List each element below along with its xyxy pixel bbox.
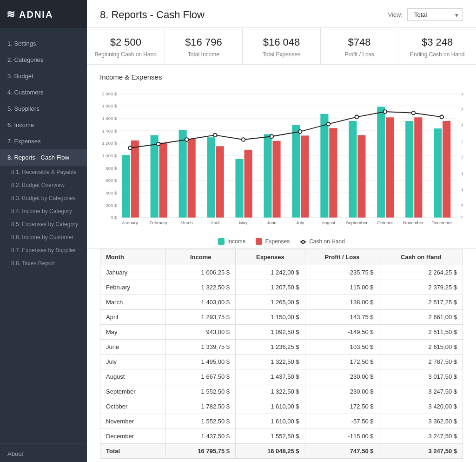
cell-profit: 172,50 $: [305, 355, 379, 369]
chart-container: 2 000 $ 1 800 $ 1 600 $ 1 400 $ 1 200 $ …: [100, 86, 463, 234]
cell-cash: 3 247,50 $: [379, 384, 463, 399]
cell-month: August: [100, 369, 166, 384]
sidebar-item-settings[interactable]: 1. Settings: [0, 35, 87, 52]
sidebar-item-customers[interactable]: 4. Customers: [0, 84, 87, 100]
cash-dot-dec: [440, 115, 443, 119]
sidebar-item-budget[interactable]: 3. Budget: [0, 68, 87, 84]
sidebar-item-expenses-category[interactable]: 8.5. Expenses by Category: [0, 218, 87, 231]
col-profit: Profit / Loss: [305, 249, 379, 265]
sidebar-item-budget-overview[interactable]: 8.2. Budget Overview: [0, 179, 87, 192]
table-row: March 1 403,00 $ 1 265,00 $ 138,00 $ 2 5…: [100, 295, 463, 310]
total-income-value: $16 796: [170, 36, 238, 48]
cell-expenses: 1 322,50 $: [236, 355, 305, 369]
legend-income-color: [218, 238, 225, 245]
cell-income: 1 293,75 $: [166, 310, 236, 325]
card-total-income: $16 796 Total Income: [165, 28, 243, 64]
cell-month: October: [100, 399, 166, 414]
logo-text: ADNIA: [19, 9, 53, 20]
cell-expenses: 1 552,50 $: [236, 429, 305, 444]
table-section: Month Income Expenses Profit / Loss Cash…: [87, 249, 476, 462]
bar-feb-expenses: [159, 143, 167, 218]
legend-expenses: Expenses: [256, 238, 290, 245]
logo-icon: ≋: [7, 8, 14, 20]
col-month: Month: [100, 249, 166, 265]
cell-total-expenses: 16 048,25 $: [236, 444, 305, 459]
cash-dot-jun: [270, 134, 274, 138]
legend-expenses-label: Expenses: [265, 238, 290, 245]
svg-text:2 500 $: 2 500 $: [461, 139, 463, 144]
card-ending-cash: $3 248 Ending Cash on Hand: [398, 28, 476, 64]
chart-section: Income & Expenses 2 000 $ 1 800 $ 1 600 …: [87, 65, 476, 249]
cell-month: June: [100, 340, 166, 355]
col-income: Income: [166, 249, 236, 265]
cell-cash: 3 247,50 $: [379, 429, 463, 444]
sidebar-item-income[interactable]: 6. Income: [0, 117, 87, 133]
beginning-cash-label: Beginning Cash on Hand: [92, 51, 160, 58]
cell-profit: -149,50 $: [305, 325, 379, 340]
bar-may-expenses: [244, 150, 252, 218]
cell-total-profit: 747,50 $: [305, 444, 379, 459]
cell-month: July: [100, 355, 166, 369]
cell-profit: 103,50 $: [305, 340, 379, 355]
cell-income: 943,00 $: [166, 325, 236, 340]
cell-income: 1 667,50 $: [166, 369, 236, 384]
card-beginning-cash: $2 500 Beginning Cash on Hand: [87, 28, 165, 64]
cell-cash: 2 661,00 $: [379, 310, 463, 325]
svg-text:1 800 $: 1 800 $: [102, 103, 117, 108]
table-row: November 1 552,50 $ 1 610,00 $ -57,50 $ …: [100, 414, 463, 429]
svg-text:0 $: 0 $: [461, 215, 463, 220]
cash-dot-apr: [213, 134, 217, 137]
cell-profit: 230,00 $: [305, 384, 379, 399]
table-row: February 1 322,50 $ 1 207,50 $ 115,00 $ …: [100, 280, 463, 295]
sidebar-item-income-customer[interactable]: 8.6. Income by Customer: [0, 231, 87, 244]
cell-month: December: [100, 429, 166, 444]
col-cash: Cash on Hand: [379, 249, 463, 265]
cell-cash: 2 511,50 $: [379, 325, 463, 340]
bar-apr-expenses: [216, 146, 224, 217]
legend-expenses-color: [256, 238, 262, 245]
chart-legend: Income Expenses Cash on Hand: [100, 238, 463, 245]
svg-text:June: June: [267, 220, 277, 225]
legend-income-label: Income: [227, 238, 245, 245]
sidebar-item-about[interactable]: About: [0, 446, 87, 462]
sidebar-item-categories[interactable]: 2. Categories: [0, 52, 87, 68]
cell-profit: -115,00 $: [305, 429, 379, 444]
total-expenses-value: $16 048: [247, 36, 316, 48]
sidebar-item-reports-cashflow[interactable]: 8. Reports - Cash Flow: [0, 149, 87, 166]
svg-text:3 500 $: 3 500 $: [461, 107, 463, 112]
cell-expenses: 1 236,25 $: [236, 340, 305, 355]
bar-nov-income: [405, 121, 413, 218]
sidebar-item-receivable-payable[interactable]: 8.1. Receivable & Payable: [0, 166, 87, 179]
svg-text:3 000 $: 3 000 $: [461, 123, 463, 128]
bar-jan-income: [122, 155, 130, 217]
cell-expenses: 1 207,50 $: [236, 280, 305, 295]
chart-svg: 2 000 $ 1 800 $ 1 600 $ 1 400 $ 1 200 $ …: [100, 86, 463, 230]
svg-text:0 $: 0 $: [111, 215, 117, 220]
sidebar-item-budget-categories[interactable]: 8.3. Budget by Categories: [0, 192, 87, 205]
table-row: September 1 552,50 $ 1 322,50 $ 230,00 $…: [100, 384, 463, 399]
chart-title: Income & Expenses: [100, 73, 463, 81]
bar-jun-expenses: [272, 141, 280, 218]
beginning-cash-value: $2 500: [92, 36, 160, 48]
bar-mar-expenses: [188, 139, 196, 218]
svg-text:May: May: [239, 220, 248, 225]
cash-dot-oct: [383, 110, 387, 114]
cell-profit: 230,00 $: [305, 369, 379, 384]
view-select[interactable]: Total Monthly: [407, 8, 463, 21]
table-row: July 1 495,00 $ 1 322,50 $ 172,50 $ 2 78…: [100, 355, 463, 369]
sidebar-item-suppliers[interactable]: 5. Suppliers: [0, 100, 87, 117]
cash-dot-nov: [412, 111, 416, 115]
sidebar-item-income-category[interactable]: 8.4. Income by Category: [0, 205, 87, 218]
sidebar-item-expenses[interactable]: 7. Expenses: [0, 133, 87, 149]
sidebar-item-expenses-supplier[interactable]: 8.7. Expenses by Supplier: [0, 244, 87, 257]
cell-cash: 2 615,00 $: [379, 340, 463, 355]
profit-loss-value: $748: [325, 36, 394, 48]
bar-nov-expenses: [414, 117, 422, 217]
svg-text:September: September: [346, 220, 368, 225]
svg-text:1 000 $: 1 000 $: [461, 187, 463, 192]
ending-cash-label: Ending Cash on Hand: [403, 51, 471, 58]
summary-cards: $2 500 Beginning Cash on Hand $16 796 To…: [87, 28, 476, 65]
cell-total-income: 16 795,75 $: [166, 444, 236, 459]
sidebar-item-taxes-report[interactable]: 8.8. Taxes Report: [0, 257, 87, 270]
total-expenses-label: Total Expenses: [247, 51, 316, 58]
